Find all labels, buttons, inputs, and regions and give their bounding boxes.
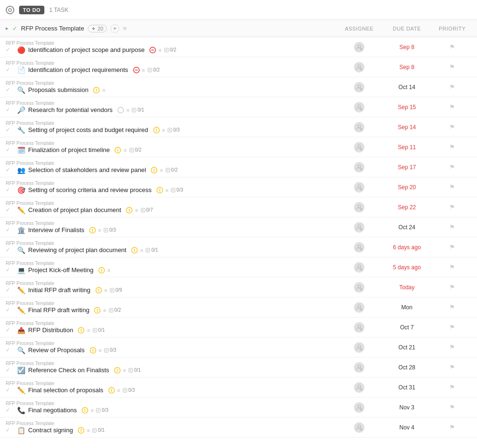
flag-icon[interactable]: ⚑ xyxy=(449,183,455,191)
task-menu-icon[interactable]: ≡ xyxy=(98,227,101,233)
check-icon[interactable]: ✓ xyxy=(6,127,12,133)
flag-icon[interactable]: ⚑ xyxy=(449,344,455,351)
task-menu-icon[interactable]: ≡ xyxy=(166,187,168,193)
flag-icon[interactable]: ⚑ xyxy=(449,163,455,171)
flag-icon[interactable]: ⚑ xyxy=(449,304,455,311)
task-menu-icon[interactable]: ≡ xyxy=(102,87,105,93)
flag-icon[interactable]: ⚑ xyxy=(449,123,455,131)
avatar[interactable] xyxy=(354,422,364,433)
avatar[interactable] xyxy=(354,42,364,52)
task-name[interactable]: Identification of project requirements xyxy=(28,66,128,73)
task-name[interactable]: Proposals submission xyxy=(28,86,88,93)
task-name[interactable]: Research for potential vendors xyxy=(28,106,113,113)
flag-icon[interactable]: ⚑ xyxy=(449,264,455,271)
task-name[interactable]: Setting of scoring criteria and review p… xyxy=(28,186,152,193)
check-icon[interactable]: ✓ xyxy=(6,327,12,333)
check-icon[interactable]: ✓ xyxy=(6,267,12,273)
flag-icon[interactable]: ⚑ xyxy=(449,143,455,151)
flag-icon[interactable]: ⚑ xyxy=(449,324,455,331)
flag-icon[interactable]: ⚑ xyxy=(449,384,455,391)
flag-icon[interactable]: ⚑ xyxy=(449,404,455,411)
avatar[interactable] xyxy=(354,322,364,333)
check-icon[interactable]: ✓ xyxy=(6,227,12,233)
task-menu-icon[interactable]: ≡ xyxy=(99,347,102,353)
task-name[interactable]: RFP Distribution xyxy=(28,326,73,334)
check-icon[interactable]: ✓ xyxy=(6,47,12,53)
flag-icon[interactable]: ⚑ xyxy=(449,63,455,71)
task-name[interactable]: Project Kick-off Meeting xyxy=(28,266,93,274)
avatar[interactable] xyxy=(354,202,364,213)
task-menu-icon[interactable]: ≡ xyxy=(117,387,120,393)
avatar[interactable] xyxy=(354,342,364,353)
group-menu-icon[interactable]: ≡ xyxy=(123,25,127,32)
avatar[interactable] xyxy=(354,222,364,233)
flag-icon[interactable]: ⚑ xyxy=(449,424,455,431)
task-name[interactable]: Review of Proposals xyxy=(28,346,85,354)
avatar[interactable] xyxy=(354,282,364,293)
avatar[interactable] xyxy=(354,362,364,373)
task-name[interactable]: Setting of project costs and budget requ… xyxy=(28,126,148,133)
task-menu-icon[interactable]: ≡ xyxy=(142,67,145,73)
check-icon[interactable]: ✓ xyxy=(6,107,12,113)
avatar[interactable] xyxy=(354,122,364,132)
status-circle[interactable] xyxy=(6,6,14,14)
flag-icon[interactable]: ⚑ xyxy=(449,224,455,231)
avatar[interactable] xyxy=(354,82,364,92)
avatar[interactable] xyxy=(354,242,364,253)
task-menu-icon[interactable]: ≡ xyxy=(158,47,161,53)
avatar[interactable] xyxy=(354,142,364,153)
avatar[interactable] xyxy=(354,402,364,413)
task-menu-icon[interactable]: ≡ xyxy=(140,247,143,253)
flag-icon[interactable]: ⚑ xyxy=(449,284,455,291)
task-menu-icon[interactable]: ≡ xyxy=(135,207,138,213)
task-menu-icon[interactable]: ≡ xyxy=(103,307,106,313)
task-menu-icon[interactable]: ≡ xyxy=(107,267,110,273)
check-icon[interactable]: ✓ xyxy=(6,207,12,213)
task-menu-icon[interactable]: ≡ xyxy=(126,107,129,113)
flag-icon[interactable]: ⚑ xyxy=(449,103,455,111)
task-menu-icon[interactable]: ≡ xyxy=(124,147,126,153)
avatar[interactable] xyxy=(354,162,364,173)
avatar[interactable] xyxy=(354,262,364,273)
check-icon[interactable]: ✓ xyxy=(6,387,12,393)
task-menu-icon[interactable]: ≡ xyxy=(162,127,165,133)
avatar[interactable] xyxy=(354,382,364,393)
avatar[interactable] xyxy=(354,102,364,112)
task-name[interactable]: Selection of stakeholders and review pan… xyxy=(28,166,146,173)
flag-icon[interactable]: ⚑ xyxy=(449,83,455,91)
task-name[interactable]: Final selection of proposals xyxy=(28,387,104,394)
check-icon[interactable]: ✓ xyxy=(6,87,12,93)
flag-icon[interactable]: ⚑ xyxy=(449,244,455,251)
avatar[interactable] xyxy=(354,302,364,313)
task-menu-icon[interactable]: ≡ xyxy=(91,407,93,413)
task-name[interactable]: Final negotiations xyxy=(28,407,77,414)
task-name[interactable]: Identification of project scope and purp… xyxy=(28,46,145,53)
task-name[interactable]: Creation of project plan document xyxy=(28,206,121,214)
task-menu-icon[interactable]: ≡ xyxy=(160,167,163,173)
check-icon[interactable]: ✓ xyxy=(6,247,12,253)
flag-icon[interactable]: ⚑ xyxy=(449,43,455,51)
avatar[interactable] xyxy=(354,62,364,72)
task-name[interactable]: Finalization of project timeline xyxy=(28,146,110,153)
check-icon[interactable]: ✓ xyxy=(6,287,12,293)
add-task-button[interactable]: + xyxy=(111,24,119,33)
task-name[interactable]: Contract signing xyxy=(28,427,73,434)
task-name[interactable]: Interview of Finalists xyxy=(28,226,84,234)
task-menu-icon[interactable]: ≡ xyxy=(123,367,126,373)
task-name[interactable]: Reviewing of project plan document xyxy=(28,246,126,254)
flag-icon[interactable]: ⚑ xyxy=(449,204,455,211)
task-name[interactable]: Reference Check on Finalists xyxy=(28,367,109,374)
task-name[interactable]: Final RFP draft writing xyxy=(28,306,89,314)
avatar[interactable] xyxy=(354,182,364,193)
check-icon[interactable]: ✓ xyxy=(6,367,12,373)
task-menu-icon[interactable]: ≡ xyxy=(87,327,90,333)
task-name[interactable]: Initial RFP draft writing xyxy=(28,286,91,294)
check-icon[interactable]: ✓ xyxy=(6,307,12,313)
flag-icon[interactable]: ⚑ xyxy=(449,364,455,371)
check-icon[interactable]: ✓ xyxy=(6,147,12,153)
check-icon[interactable]: ✓ xyxy=(6,427,12,433)
task-menu-icon[interactable]: ≡ xyxy=(104,287,107,293)
check-icon[interactable]: ✓ xyxy=(6,347,12,353)
check-icon[interactable]: ✓ xyxy=(6,67,12,73)
chevron-down-icon[interactable]: ▸ xyxy=(6,25,9,31)
